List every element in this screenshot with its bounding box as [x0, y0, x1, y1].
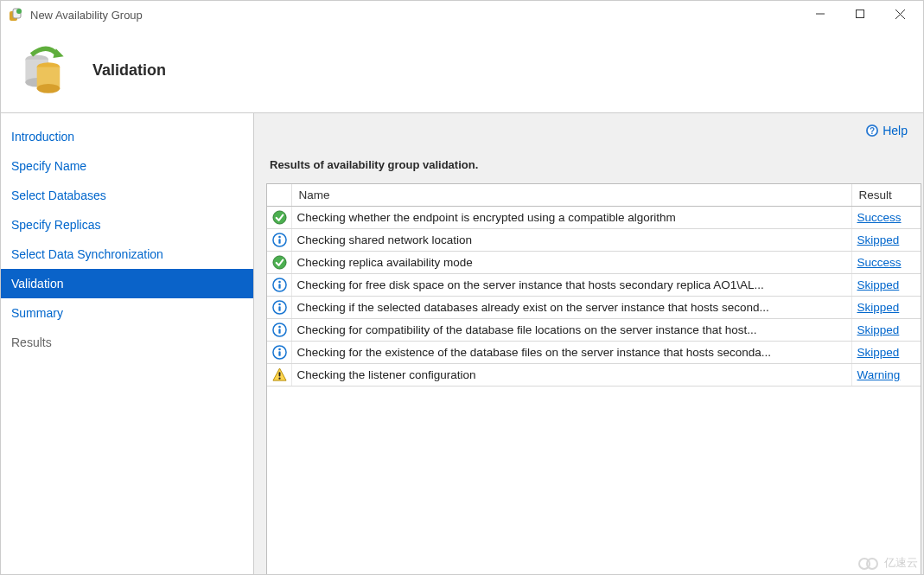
table-row: Checking if the selected databases alrea… — [267, 297, 921, 319]
result-link[interactable]: Skipped — [857, 233, 900, 246]
validation-check-name: Checking whether the endpoint is encrypt… — [291, 207, 851, 229]
validation-check-name: Checking for compatibility of the databa… — [291, 319, 851, 342]
help-link[interactable]: ? Help — [865, 124, 908, 137]
result-link[interactable]: Skipped — [857, 278, 900, 291]
svg-point-12 — [37, 84, 61, 93]
wizard-step[interactable]: Summary — [1, 298, 253, 328]
validation-check-name: Checking for the existence of the databa… — [291, 342, 851, 364]
validation-result-cell: Warning — [851, 364, 921, 387]
warning-icon — [267, 364, 291, 387]
close-button[interactable] — [880, 2, 920, 28]
results-heading: Results of availability group validation… — [254, 137, 923, 183]
wizard-step[interactable]: Specify Replicas — [1, 210, 253, 240]
minimize-icon — [816, 10, 825, 20]
help-label: Help — [883, 124, 908, 137]
svg-point-18 — [867, 559, 877, 569]
success-icon — [267, 252, 291, 274]
window-title: New Availability Group — [30, 9, 800, 22]
result-link[interactable]: Success — [857, 256, 902, 269]
validation-check-name: Checking the listener configuration — [291, 364, 851, 387]
success-icon — [267, 207, 291, 229]
result-link[interactable]: Skipped — [857, 323, 900, 336]
help-icon: ? — [865, 124, 879, 137]
wizard-step[interactable]: Validation — [1, 269, 253, 298]
result-link[interactable]: Warning — [857, 368, 901, 381]
wizard-steps-sidebar: IntroductionSpecify NameSelect Databases… — [1, 113, 254, 575]
validation-result-cell: Skipped — [851, 274, 921, 297]
table-row: Checking replica availability modeSucces… — [267, 252, 921, 274]
info-icon — [267, 342, 291, 364]
validation-result-cell: Success — [851, 207, 921, 229]
validation-result-cell: Skipped — [851, 229, 921, 252]
validation-result-cell: Skipped — [851, 319, 921, 342]
result-link[interactable]: Skipped — [857, 346, 900, 359]
content-pane: ? Help Results of availability group val… — [254, 113, 923, 575]
app-icon — [8, 7, 23, 22]
table-row: Checking whether the endpoint is encrypt… — [267, 207, 921, 229]
maximize-icon — [856, 10, 864, 20]
wizard-step[interactable]: Select Data Synchronization — [1, 240, 253, 269]
svg-rect-4 — [857, 10, 864, 18]
watermark-text: 亿速云 — [884, 555, 918, 571]
info-icon — [267, 229, 291, 252]
svg-point-2 — [16, 9, 22, 14]
table-row: Checking shared network locationSkipped — [267, 229, 921, 252]
watermark: 亿速云 — [857, 555, 918, 571]
column-header-result[interactable]: Result — [851, 184, 921, 207]
svg-text:?: ? — [870, 126, 875, 136]
validation-check-name: Checking replica availability mode — [291, 252, 851, 274]
validation-result-cell: Skipped — [851, 297, 921, 319]
table-row: Checking for the existence of the databa… — [267, 342, 921, 364]
wizard-header: Validation — [1, 29, 923, 113]
wizard-step[interactable]: Select Databases — [1, 181, 253, 210]
wizard-step[interactable]: Specify Name — [1, 151, 253, 181]
info-icon — [267, 319, 291, 342]
wizard-step[interactable]: Introduction — [1, 122, 253, 151]
result-link[interactable]: Skipped — [857, 301, 900, 314]
table-row: Checking for compatibility of the databa… — [267, 319, 921, 342]
maximize-button[interactable] — [840, 2, 880, 28]
table-row: Checking for free disk space on the serv… — [267, 274, 921, 297]
table-row: Checking the listener configurationWarni… — [267, 364, 921, 387]
wizard-step: Results — [1, 328, 253, 357]
validation-result-cell: Success — [851, 252, 921, 274]
wizard-logo-icon — [15, 44, 68, 98]
info-icon — [267, 297, 291, 319]
result-link[interactable]: Success — [857, 211, 902, 224]
minimize-button[interactable] — [800, 2, 840, 28]
validation-check-name: Checking shared network location — [291, 229, 851, 252]
close-icon — [895, 10, 905, 21]
validation-result-cell: Skipped — [851, 342, 921, 364]
page-title: Validation — [92, 61, 166, 80]
column-header-name[interactable]: Name — [291, 184, 851, 207]
validation-check-name: Checking if the selected databases alrea… — [291, 297, 851, 319]
validation-check-name: Checking for free disk space on the serv… — [291, 274, 851, 297]
column-header-icon[interactable] — [267, 184, 291, 207]
validation-results-table: Name Result Checking whether the endpoin… — [266, 183, 921, 575]
titlebar: New Availability Group — [1, 1, 923, 29]
info-icon — [267, 274, 291, 297]
